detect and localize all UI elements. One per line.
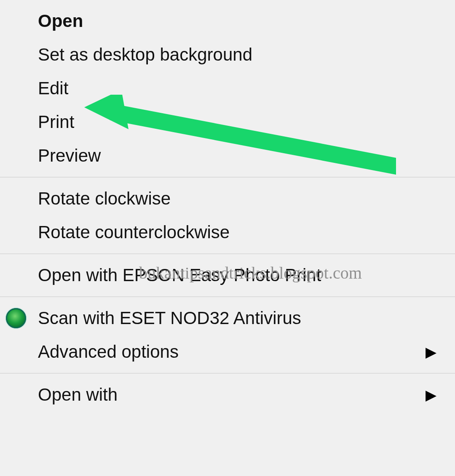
eset-icon [3,306,29,331]
menu-item-label: Scan with ESET NOD32 Antivirus [38,308,301,328]
menu-item-open-with[interactable]: Open with ▶ [0,378,455,412]
menu-item-label: Open [38,11,83,31]
separator [0,253,455,254]
menu-item-rotate-counterclockwise[interactable]: Rotate counterclockwise [0,215,455,249]
menu-item-label: Edit [38,78,68,98]
menu-item-print[interactable]: Print [0,105,455,139]
menu-item-edit[interactable]: Edit [0,72,455,105]
menu-item-label: Open with [38,385,118,405]
menu-item-label: Set as desktop background [38,45,252,65]
menu-item-label: Print [38,112,74,132]
menu-item-scan-eset[interactable]: Scan with ESET NOD32 Antivirus [0,301,455,335]
submenu-arrow-icon: ▶ [426,388,436,402]
menu-item-label: Advanced options [38,342,179,362]
menu-item-preview[interactable]: Preview [0,139,455,173]
menu-item-advanced-options[interactable]: Advanced options ▶ [0,335,455,369]
menu-item-label: Open with EPSON Easy Photo Print [38,265,321,285]
menu-item-open[interactable]: Open [0,4,455,38]
menu-item-set-desktop-background[interactable]: Set as desktop background [0,38,455,72]
menu-item-label: Rotate counterclockwise [38,222,230,242]
menu-item-label: Rotate clockwise [38,189,171,209]
submenu-arrow-icon: ▶ [426,345,436,359]
separator [0,373,455,374]
menu-item-rotate-clockwise[interactable]: Rotate clockwise [0,182,455,215]
context-menu: Open Set as desktop background Edit Prin… [0,0,455,414]
menu-item-open-with-epson[interactable]: Open with EPSON Easy Photo Print [0,258,455,292]
separator [0,177,455,178]
menu-item-label: Preview [38,146,101,166]
separator [0,296,455,297]
